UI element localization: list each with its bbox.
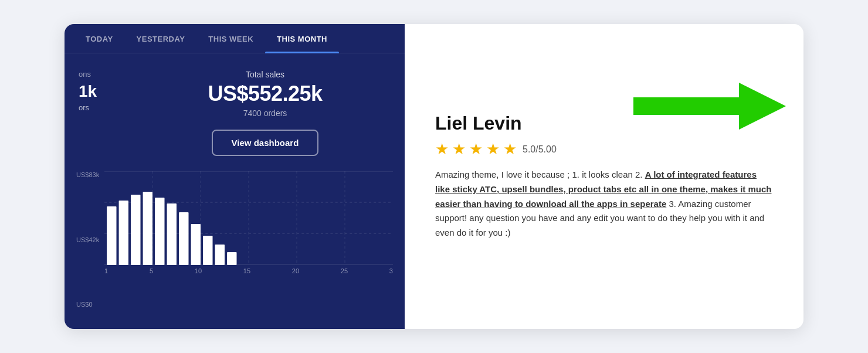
center-stats: Total sales US$552.25k 7400 orders View …: [140, 70, 391, 156]
total-sales-value: US$552.25k: [208, 82, 322, 106]
orders-count: 7400 orders: [243, 108, 287, 118]
x-label-10: 10: [195, 267, 202, 274]
x-label-5: 5: [150, 267, 153, 274]
tab-yesterday[interactable]: YESTERDAY: [125, 24, 197, 53]
tabs-bar: TODAY YESTERDAY THIS WEEK THIS MONTH: [65, 24, 405, 53]
dashboard-panel: TODAY YESTERDAY THIS WEEK THIS MONTH ons…: [65, 24, 405, 329]
x-labels: 1 5 10 15 20 25 3: [104, 265, 393, 274]
chart-svg: [104, 171, 393, 265]
star-3: ★: [469, 140, 483, 158]
visitors-label: ors: [79, 103, 126, 112]
svg-rect-15: [179, 212, 188, 265]
chart-area: US$83k US$42k US$0: [65, 165, 405, 329]
tab-today[interactable]: TODAY: [74, 24, 125, 53]
svg-rect-13: [155, 198, 164, 265]
tab-this-week[interactable]: THIS WEEK: [196, 24, 265, 53]
rating-text: 5.0/5.00: [523, 144, 557, 155]
svg-rect-18: [215, 245, 225, 265]
stars-row: ★ ★ ★ ★ ★ 5.0/5.00: [435, 140, 773, 158]
main-card: TODAY YESTERDAY THIS WEEK THIS MONTH ons…: [65, 24, 803, 329]
star-4: ★: [486, 140, 500, 158]
sessions-label: ons: [79, 70, 126, 79]
svg-rect-12: [143, 192, 152, 265]
tab-this-month[interactable]: THIS MONTH: [265, 24, 339, 53]
view-dashboard-button[interactable]: View dashboard: [212, 130, 319, 156]
review-panel: Liel Levin ★ ★ ★ ★ ★ 5.0/5.00 Amazing th…: [405, 24, 803, 329]
svg-marker-20: [633, 83, 786, 130]
svg-rect-11: [131, 195, 140, 265]
review-text: Amazing theme, I love it because ; 1. it…: [435, 168, 773, 240]
y-label-low: US$0: [76, 301, 99, 308]
x-label-15: 15: [243, 267, 250, 274]
svg-rect-17: [203, 236, 212, 265]
svg-rect-14: [167, 203, 177, 265]
star-5: ★: [503, 140, 517, 158]
left-stats: ons 1k ors: [79, 70, 126, 112]
star-1: ★: [435, 140, 449, 158]
green-arrow: [633, 77, 786, 138]
sessions-value: 1k: [79, 82, 126, 101]
svg-rect-19: [227, 252, 236, 265]
svg-rect-10: [119, 201, 128, 265]
x-label-1: 1: [104, 267, 108, 274]
total-sales-label: Total sales: [246, 70, 284, 79]
star-2: ★: [452, 140, 466, 158]
y-label-mid: US$42k: [76, 236, 99, 243]
stats-area: ons 1k ors Total sales US$552.25k 7400 o…: [65, 53, 405, 165]
review-plain-start: Amazing theme, I love it because ; 1. it…: [435, 169, 645, 179]
x-label-20: 20: [292, 267, 299, 274]
x-label-30: 3: [389, 267, 393, 274]
y-label-high: US$83k: [76, 171, 99, 178]
chart-y-labels: US$83k US$42k US$0: [76, 171, 99, 308]
svg-rect-9: [107, 206, 116, 265]
x-label-25: 25: [341, 267, 348, 274]
svg-rect-16: [191, 224, 201, 265]
